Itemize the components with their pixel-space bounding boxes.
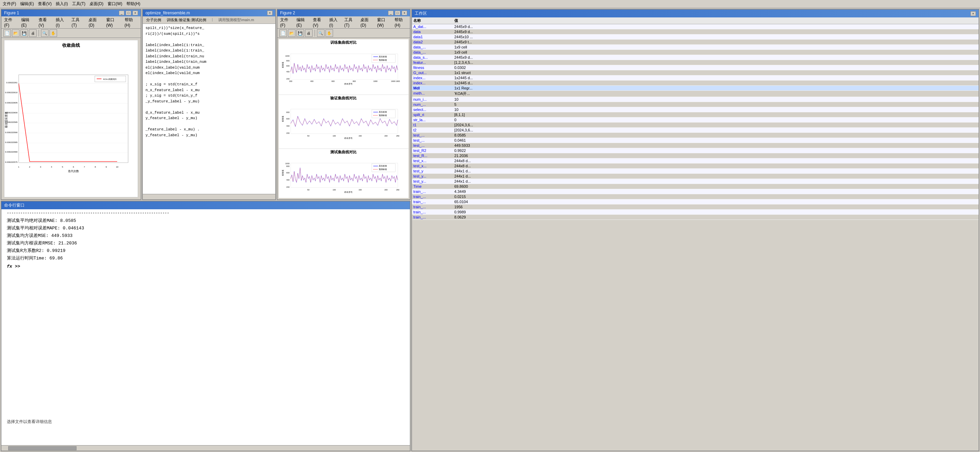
ws-row-2[interactable]: data1 2445x10 ... bbox=[412, 35, 978, 40]
ws-row-33[interactable]: train_... 0.0215 bbox=[412, 194, 978, 199]
ws-row-16[interactable]: select... 10 bbox=[412, 107, 978, 112]
ws-row-34[interactable]: train_... 65.0104 bbox=[412, 199, 978, 205]
ws-row-35[interactable]: train_... 1956 bbox=[412, 205, 978, 209]
ws-row-9[interactable]: G_out... 1x1 struct bbox=[412, 70, 978, 75]
fig1-menu-insert[interactable]: 插入(I) bbox=[56, 17, 67, 28]
ws-row-12[interactable]: Mdl 1x1 Regr... bbox=[412, 86, 978, 91]
fig1-menu-edit[interactable]: 编辑(E) bbox=[21, 17, 35, 28]
ws-row-32[interactable]: train_... 4.3449 bbox=[412, 189, 978, 194]
fig2-menu-file[interactable]: 文件(F) bbox=[280, 17, 293, 28]
menu-edit[interactable]: 编辑(E) bbox=[20, 1, 34, 7]
ws-row-14[interactable]: num_i... 10 bbox=[412, 97, 978, 102]
fig1-menu-desktop[interactable]: 桌面(D) bbox=[89, 17, 102, 28]
code-scrollbar[interactable] bbox=[143, 194, 275, 199]
fig2-menu-view[interactable]: 查看(V) bbox=[313, 17, 325, 28]
menu-help[interactable]: 帮助(H) bbox=[126, 1, 140, 7]
code-line: spilt_ri))*size(x_feature_ bbox=[145, 25, 273, 31]
figure1-minimize[interactable]: _ bbox=[119, 11, 124, 15]
ws-var-val-36: 0.9989 bbox=[454, 210, 977, 214]
fig1-open[interactable]: 📂 bbox=[12, 29, 19, 37]
fig1-menu-file[interactable]: 文件(F) bbox=[4, 17, 17, 28]
fig2-new[interactable]: 📄 bbox=[279, 29, 287, 37]
fig1-menu-help[interactable]: 帮助(H) bbox=[125, 17, 138, 28]
ws-row-31[interactable]: Time 69.8600 bbox=[412, 184, 978, 189]
figure2-maximize[interactable]: □ bbox=[395, 11, 400, 15]
cmd-title-bar: 命令行窗口 bbox=[2, 201, 410, 209]
ws-row-7[interactable]: featur... [1,2,3,4,5... bbox=[412, 60, 978, 65]
ws-row-22[interactable]: test_... 0.0461 bbox=[412, 138, 978, 143]
ws-row-1[interactable]: data 2445x9 d... bbox=[412, 29, 978, 35]
cmd-scrollbar[interactable] bbox=[2, 445, 410, 450]
fig1-menu-tools[interactable]: 工具(T) bbox=[72, 17, 84, 28]
fig1-menu-view[interactable]: 查看(V) bbox=[38, 17, 52, 28]
cmd-content[interactable]: ****************************************… bbox=[2, 209, 410, 445]
menu-insert[interactable]: 插入(I) bbox=[56, 1, 68, 7]
ws-row-3[interactable]: data2 2445x9 t... bbox=[412, 40, 978, 45]
fig2-menu-desktop[interactable]: 桌面(D) bbox=[360, 17, 373, 28]
ws-row-0[interactable]: A_dat... 2445x9 d... bbox=[412, 24, 978, 29]
ws-row-28[interactable]: test_y 244x1 d... bbox=[412, 169, 978, 174]
figure2-close[interactable]: × bbox=[402, 11, 407, 15]
test-chart: 200 400 600 800 1000 标签值 50 100 150 200 bbox=[280, 155, 407, 198]
ws-row-11[interactable]: index... 1x2445 d... bbox=[412, 81, 978, 86]
ws-row-21[interactable]: test_... 8.0585 bbox=[412, 133, 978, 138]
ws-row-17[interactable]: spilt_ri [8,1,1] bbox=[412, 112, 978, 117]
figure1-close[interactable]: × bbox=[132, 11, 138, 15]
fig2-open[interactable]: 📂 bbox=[288, 29, 296, 37]
tab-ratio[interactable]: 分子比例 bbox=[145, 17, 162, 23]
menu-window[interactable]: 窗口(W) bbox=[108, 1, 122, 7]
workspace-close[interactable]: × bbox=[970, 11, 976, 16]
ws-row-26[interactable]: test_x... 244x8 d... bbox=[412, 159, 978, 163]
fig1-menu-window[interactable]: 窗口(W) bbox=[106, 17, 121, 28]
fig2-menu-tools[interactable]: 工具(T) bbox=[344, 17, 356, 28]
ws-row-24[interactable]: test_R2 0.9922 bbox=[412, 148, 978, 153]
cmd-scrollbar-thumb[interactable] bbox=[8, 446, 76, 450]
code-content[interactable]: spilt_ri))*size(x_feature_ ri(2))/(sum(s… bbox=[143, 24, 275, 194]
fig1-print[interactable]: 🖨 bbox=[29, 29, 37, 37]
svg-text:真实标签: 真实标签 bbox=[379, 55, 387, 58]
ws-row-27[interactable]: test_x... 244x8 d... bbox=[412, 163, 978, 169]
fig2-pan[interactable]: ✋ bbox=[326, 29, 333, 37]
fig1-pan[interactable]: ✋ bbox=[49, 29, 57, 37]
figure1-controls: _ □ × bbox=[119, 11, 138, 15]
ws-row-19[interactable]: t1 [2024,3,6... bbox=[412, 122, 978, 128]
ws-row-4[interactable]: data_... 1x9 cell bbox=[412, 45, 978, 50]
fig2-menu-help[interactable]: 帮助(H) bbox=[395, 17, 407, 28]
fig2-menu-insert[interactable]: 插入(I) bbox=[329, 17, 340, 28]
menu-file[interactable]: 文件(F) bbox=[3, 1, 16, 7]
ws-row-30[interactable]: test_y... 244x1 d... bbox=[412, 179, 978, 184]
ws-row-10[interactable]: index... 1x2445 d... bbox=[412, 75, 978, 81]
fig2-print[interactable]: 🖨 bbox=[305, 29, 313, 37]
ws-row-8[interactable]: fitness 0.0302 bbox=[412, 65, 978, 70]
fig1-new[interactable]: 📄 bbox=[3, 29, 11, 37]
cmd-time-label: 算法运行时间Time: bbox=[7, 256, 49, 261]
menu-desktop[interactable]: 桌面(D) bbox=[89, 1, 103, 7]
figure1-plot-area: 收敛曲线 0.030222575 0.030222580 0.030222585… bbox=[4, 40, 138, 197]
fig1-zoom[interactable]: 🔍 bbox=[41, 29, 48, 37]
tab-split[interactable]: 训练集:验证集:测试比例 bbox=[165, 17, 208, 23]
ws-row-37[interactable]: train_... 8.0629 bbox=[412, 215, 978, 220]
menu-view[interactable]: 查看(V) bbox=[38, 1, 52, 7]
ws-row-36[interactable]: train_... 0.9989 bbox=[412, 209, 978, 215]
ws-row-13[interactable]: meth... 'KOA开... bbox=[412, 91, 978, 97]
code-editor-close[interactable]: × bbox=[267, 11, 273, 15]
fig2-zoom[interactable]: 🔍 bbox=[317, 29, 325, 37]
ws-row-29[interactable]: test_y... 244x1 d... bbox=[412, 174, 978, 179]
ws-row-23[interactable]: test_... 449.5933 bbox=[412, 143, 978, 148]
ws-row-20[interactable]: t2 [2024,3,6... bbox=[412, 128, 978, 133]
ws-row-6[interactable]: data_s... 2445x9 d... bbox=[412, 55, 978, 60]
ws-row-5[interactable]: data_... 1x9 cell bbox=[412, 50, 978, 55]
fig2-save[interactable]: 💾 bbox=[296, 29, 304, 37]
ws-row-15[interactable]: num_... 5 bbox=[412, 102, 978, 107]
figure2-minimize[interactable]: _ bbox=[388, 11, 393, 15]
fig1-save[interactable]: 💾 bbox=[21, 29, 28, 37]
svg-text:200: 200 bbox=[384, 189, 387, 191]
ws-row-18[interactable]: str_la... 0 bbox=[412, 117, 978, 122]
menu-tools[interactable]: 工具(T) bbox=[72, 1, 85, 7]
figure1-maximize[interactable]: □ bbox=[126, 11, 131, 15]
fig2-menu-edit[interactable]: 编辑(E) bbox=[296, 17, 309, 28]
svg-text:600: 600 bbox=[286, 118, 289, 120]
svg-text:400: 400 bbox=[286, 179, 289, 181]
ws-row-25[interactable]: test_R... 21.2036 bbox=[412, 153, 978, 159]
fig2-menu-window[interactable]: 窗口(W) bbox=[377, 17, 390, 28]
